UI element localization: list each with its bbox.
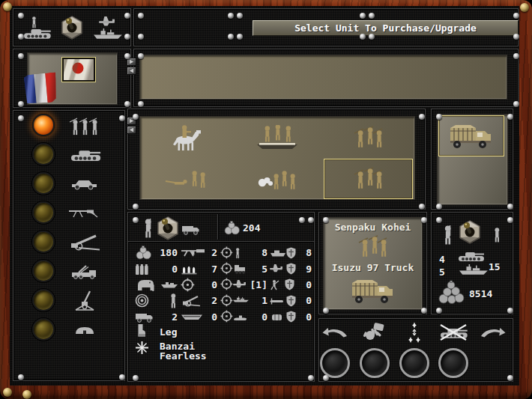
stat-value: 0 [306,295,312,306]
unit-class-lamp-button[interactable] [32,231,55,253]
land-units-icon[interactable] [21,16,52,39]
unit-class-row[interactable] [13,198,125,228]
screw [299,217,305,223]
totals-soldier-icon [441,224,453,246]
purchased-prev-button[interactable] [127,67,136,75]
unit-class-lamp-button[interactable] [32,201,55,224]
screw [18,34,24,40]
arrow-left-icon [128,67,135,74]
stat-value: 0 [211,279,217,290]
unit-class-row[interactable] [13,228,125,257]
screw [18,115,24,121]
unit-class-lamp-button[interactable] [32,114,55,136]
mg-team-sprite [164,170,208,188]
action-button-1[interactable] [320,348,350,378]
totals-ship-icon [458,264,488,275]
elephant-icon [135,278,156,292]
screw [436,308,442,314]
fort-icon [62,315,107,344]
screw [360,13,366,19]
defense-ground-icon [270,246,297,260]
unit-transport-toggle-switch[interactable] [156,216,180,240]
unit-class-lamp-button[interactable] [32,289,55,311]
stat [135,293,178,308]
stat-value: 0 [172,264,178,275]
screw [369,34,375,40]
unit-class-row[interactable] [13,286,125,315]
action-button-3[interactable] [399,348,429,378]
title-bar: Select Unit To Purchase/Upgrade [253,20,519,36]
recon-icon [62,169,107,198]
japan-flag-selected[interactable] [61,57,96,82]
air-sea-units-icon[interactable] [91,16,123,39]
stat: 7 [181,261,217,276]
stat-value: 2 [172,311,178,323]
infantry-sprite [353,167,384,191]
selected-transport-name: Isuzu 97 Truck [323,262,423,273]
totals-toggle-switch[interactable] [458,220,482,244]
arrow-right-icon [128,58,135,65]
screw [237,34,243,40]
stat: [1] [220,277,267,293]
screw [513,101,519,107]
defense-close-icon [270,278,295,291]
screw [436,217,442,223]
stat-value: 8 [306,247,312,258]
stat-value: 0 [262,311,267,323]
unit-class-row[interactable] [13,111,125,140]
screw [18,53,24,59]
unit-grid-cell-infantry[interactable] [324,118,413,158]
unit-grid-cell-infantry[interactable] [324,159,413,199]
stats-column: 18002 [135,245,178,325]
stat-value: 2 [211,295,217,306]
stat-value: 0 [306,311,312,323]
stat-value: 2 [211,247,217,258]
unit-class-lamp-button[interactable] [32,143,55,165]
landing-craft-icon [181,313,203,321]
unit-class-lamp-button[interactable] [32,318,55,341]
totals-value-bottom: 5 [439,266,445,278]
stat: 2 [181,293,217,308]
attack-naval-icon [220,294,249,308]
movement-type-label: Leg [160,326,177,338]
anti-tank-icon [62,198,107,228]
screw [228,34,234,40]
stat-value: 0 [306,279,312,290]
unit-class-row[interactable] [13,169,125,198]
stat: 2 [135,309,178,325]
domain-toggle-switch[interactable] [60,16,84,40]
screw [124,13,130,19]
transport-cell-selected[interactable] [438,115,504,156]
unit-grid-cell-engineer-team[interactable] [232,118,321,158]
unit-grid-cell-cavalry[interactable] [141,118,230,158]
screw [360,34,366,40]
purchased-units-strip [139,55,507,100]
crosshair-icon [181,278,195,292]
unit-class-lamp-button[interactable] [32,172,55,195]
unit-list-prev-button[interactable] [127,126,136,134]
stat-value: 5 [262,264,267,275]
france-flag[interactable] [23,72,58,105]
screw [436,114,442,120]
attack-hard-icon [220,262,247,275]
defense-air-icon [270,262,297,275]
unit-grid-cell-machine-gun-team[interactable] [141,159,230,199]
undo-arrow-icon [320,322,350,343]
purchase-screen: Select Unit To Purchase/Upgrade 204 1800… [0,0,532,399]
stat-value: 180 [160,247,178,258]
unit-class-row[interactable] [13,140,125,169]
screw [138,53,144,59]
action-button-2[interactable] [360,348,390,378]
screw [228,13,234,19]
unit-class-row[interactable] [13,257,125,286]
screw [18,13,24,19]
unit-class-row[interactable] [13,315,125,344]
screw [133,217,139,223]
stat: 5 [220,261,267,276]
screw [124,53,130,59]
action-button-4[interactable] [438,348,468,378]
screw [119,374,125,380]
unit-grid-cell-assault-team[interactable] [232,159,321,199]
stat-value: 1 [262,295,267,306]
unit-class-lamp-button[interactable] [32,260,55,282]
